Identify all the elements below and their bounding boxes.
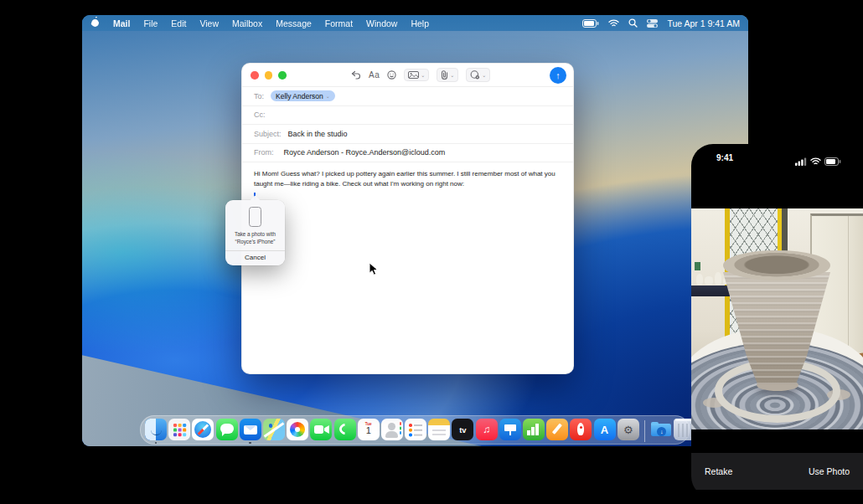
dock-icon-messages[interactable] (216, 419, 238, 444)
from-label: From: (254, 148, 274, 157)
menu-bar: Mail File Edit View Mailbox Message Form… (82, 15, 748, 31)
menu-item-message[interactable]: Message (276, 18, 312, 28)
message-body[interactable]: Hi Mom! Guess what? I picked up pottery … (242, 162, 573, 200)
menu-bar-clock[interactable]: Tue Apr 1 9:41 AM (667, 18, 740, 28)
dock-icon-numbers[interactable] (523, 419, 545, 444)
zoom-button[interactable] (278, 71, 287, 80)
dock-icon-calendar[interactable]: Tue1 (358, 419, 380, 444)
subject-field[interactable]: Subject: Back in the studio (242, 125, 573, 144)
retake-button[interactable]: Retake (705, 466, 732, 476)
dock-icon-finder[interactable] (145, 419, 167, 444)
dock-icon-app-store[interactable]: A (594, 419, 616, 444)
chevron-down-icon: ⌄ (326, 94, 330, 99)
wifi-icon[interactable] (608, 19, 619, 28)
battery-icon (824, 154, 841, 169)
menu-item-window[interactable]: Window (366, 18, 397, 28)
popover-line2: “Royce’s iPhone” (229, 238, 282, 245)
calendar-day: 1 (358, 426, 380, 435)
menu-item-file[interactable]: File (143, 18, 158, 28)
dock-divider (644, 420, 645, 442)
insert-from-iphone-button[interactable]: ⌄ (466, 68, 490, 82)
photo-browser-button[interactable]: ⌄ (404, 69, 429, 81)
running-indicator (249, 442, 251, 445)
iphone-clock: 9:41 (716, 153, 733, 162)
menu-item-help[interactable]: Help (411, 18, 429, 28)
cc-field[interactable]: Cc: (242, 106, 573, 126)
minimize-button[interactable] (265, 71, 273, 80)
iphone-status-bar: 9:41 (691, 153, 863, 165)
iphone-screen: 9:41 Ret (691, 144, 863, 498)
apple-menu-icon[interactable] (90, 17, 100, 29)
from-field[interactable]: From: Royce Anderson - Royce.Anderson@ic… (242, 144, 573, 163)
dock-icon-music[interactable]: ♫ (476, 419, 498, 444)
menu-item-format[interactable]: Format (325, 18, 353, 28)
subject-value: Back in the studio (288, 130, 348, 138)
mac-desktop: Mail File Edit View Mailbox Message Form… (82, 15, 748, 446)
camera-action-bar: Retake Use Photo (691, 453, 863, 490)
wifi-icon (810, 154, 821, 169)
battery-icon[interactable] (582, 19, 599, 28)
to-label: To: (254, 92, 264, 100)
dock-icon-facetime[interactable] (310, 419, 332, 444)
continuity-camera-popover: Take a photo with “Royce’s iPhone” Cance… (225, 200, 285, 265)
to-field[interactable]: To: Kelly Anderson ⌄ (242, 87, 573, 106)
dock-icon-apple-tv[interactable]: tv (452, 419, 473, 444)
dock-icon-photos[interactable] (287, 419, 308, 444)
dock-icon-notes[interactable] (428, 419, 450, 444)
shelf (691, 285, 730, 296)
message-text: Hi Mom! Guess what? I picked up pottery … (254, 169, 561, 188)
undo-icon[interactable] (351, 70, 361, 80)
control-center-icon[interactable] (647, 19, 658, 28)
menu-item-edit[interactable]: Edit (171, 18, 186, 28)
cellular-signal-icon (795, 154, 807, 169)
running-indicator (155, 442, 158, 445)
dock-icon-keynote[interactable] (499, 419, 521, 444)
menu-item-mail[interactable]: Mail (113, 18, 130, 28)
dock-icon-maps[interactable] (263, 419, 285, 444)
chevron-down-icon: ⌄ (450, 73, 454, 78)
dock-icon-mail[interactable] (240, 419, 261, 444)
menu-item-mailbox[interactable]: Mailbox (232, 18, 262, 28)
close-button[interactable] (251, 71, 259, 80)
captured-photo-pottery (691, 208, 863, 429)
dock-icon-pages[interactable] (546, 419, 568, 444)
use-photo-button[interactable]: Use Photo (809, 466, 850, 476)
dock-icon-reminders[interactable] (405, 419, 426, 444)
subject-label: Subject: (254, 130, 282, 138)
dock-icon-launchpad[interactable] (168, 419, 190, 444)
format-button[interactable]: Aa (369, 70, 380, 80)
emoji-icon[interactable] (387, 70, 396, 80)
dock-icon-rocket-app[interactable] (570, 419, 592, 444)
chevron-down-icon: ⌄ (482, 73, 486, 78)
chevron-down-icon: ⌄ (421, 73, 425, 78)
dock-icon-system-settings[interactable]: ⚙ (618, 419, 639, 444)
iphone-icon (249, 207, 261, 227)
dock: Tue1 tv ♫ A ⚙ (140, 415, 690, 445)
dock-icon-phone[interactable] (334, 419, 356, 444)
dock-icon-downloads-folder[interactable] (650, 419, 672, 444)
mouse-cursor (369, 262, 379, 280)
window-titlebar: Aa ⌄ ⌄ ⌄ ↑ (242, 64, 573, 87)
recipient-token[interactable]: Kelly Anderson ⌄ (271, 90, 335, 101)
from-value: Royce Anderson - Royce.Anderson@icloud.c… (284, 148, 446, 157)
menu-item-view[interactable]: View (199, 18, 219, 28)
search-icon[interactable] (628, 18, 638, 28)
mail-compose-window: Aa ⌄ ⌄ ⌄ ↑ To: (241, 63, 574, 374)
cancel-button[interactable]: Cancel (225, 250, 285, 265)
send-button[interactable]: ↑ (550, 67, 566, 84)
dock-icon-contacts[interactable] (381, 419, 403, 444)
attach-file-button[interactable]: ⌄ (437, 68, 458, 82)
recipient-name: Kelly Anderson (276, 92, 323, 100)
popover-line1: Take a photo with (229, 230, 282, 238)
dock-icon-safari[interactable] (192, 419, 214, 444)
cc-label: Cc: (254, 111, 266, 119)
